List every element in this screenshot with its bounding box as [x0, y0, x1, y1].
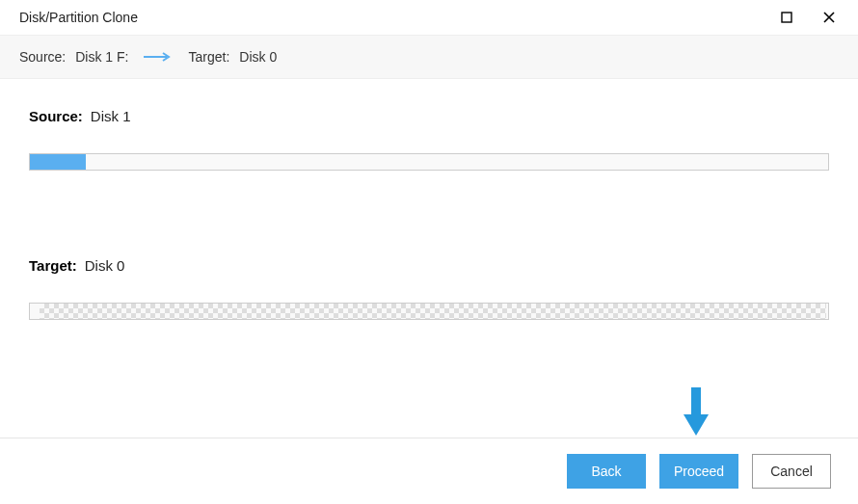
- arrow-right-icon: [144, 49, 173, 65]
- path-source-value: Disk 1 F:: [75, 49, 128, 65]
- cancel-button[interactable]: Cancel: [752, 454, 831, 489]
- svg-rect-4: [691, 387, 701, 416]
- annotation-arrow-icon: [682, 387, 711, 441]
- maximize-icon: [781, 12, 792, 23]
- target-label: Target:: [29, 257, 77, 274]
- svg-rect-0: [782, 13, 791, 22]
- footer: Back Proceed Cancel: [0, 438, 858, 504]
- target-disk-unallocated: [40, 304, 826, 319]
- target-section-header: Target: Disk 0: [29, 257, 829, 274]
- path-bar: Source: Disk 1 F: Target: Disk 0: [0, 35, 858, 79]
- source-value: Disk 1: [91, 108, 131, 124]
- path-target-label: Target:: [188, 49, 229, 65]
- source-section-header: Source: Disk 1: [29, 108, 829, 124]
- target-disk-bar[interactable]: [29, 303, 829, 320]
- close-icon: [822, 11, 836, 24]
- source-label: Source:: [29, 108, 83, 124]
- source-disk-fill: [30, 154, 86, 170]
- svg-marker-5: [684, 414, 709, 436]
- maximize-button[interactable]: [779, 10, 794, 25]
- titlebar: Disk/Partition Clone: [0, 0, 858, 35]
- target-value: Disk 0: [85, 257, 125, 274]
- window-controls: [779, 10, 846, 25]
- main-content: Source: Disk 1 Target: Disk 0: [0, 79, 858, 320]
- window-title: Disk/Partition Clone: [19, 10, 138, 25]
- close-button[interactable]: [821, 10, 837, 25]
- path-source-label: Source:: [19, 49, 66, 65]
- source-disk-bar[interactable]: [29, 153, 829, 171]
- proceed-button[interactable]: Proceed: [659, 454, 738, 489]
- back-button[interactable]: Back: [567, 454, 646, 489]
- path-target-value: Disk 0: [239, 49, 277, 65]
